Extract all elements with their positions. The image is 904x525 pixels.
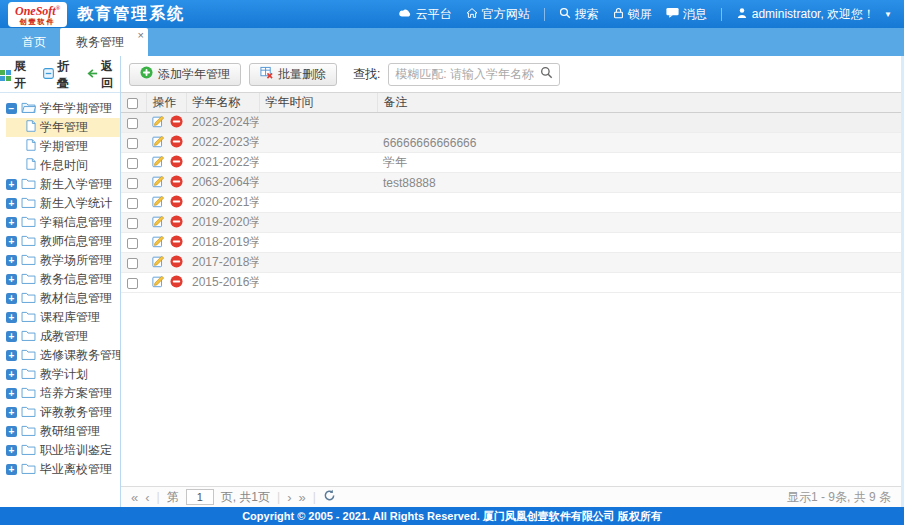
select-all-checkbox[interactable] <box>127 98 138 109</box>
edit-icon[interactable] <box>152 155 165 171</box>
expand-node-icon[interactable]: + <box>6 331 17 342</box>
last-page-button[interactable]: » <box>299 491 306 504</box>
next-page-button[interactable]: › <box>287 491 291 504</box>
row-checkbox[interactable] <box>127 178 138 189</box>
tree-node-folder[interactable]: +教学计划 <box>6 365 120 384</box>
table-row[interactable]: 2063-2064学年test88888 <box>121 173 901 193</box>
expand-node-icon[interactable]: + <box>6 445 17 456</box>
tree-node-year-term-management[interactable]: − 学年学期管理 <box>6 99 120 118</box>
expand-node-icon[interactable]: + <box>6 274 17 285</box>
edit-icon[interactable] <box>152 235 165 251</box>
close-icon[interactable]: × <box>138 30 144 41</box>
tree-node-folder[interactable]: +教务信息管理 <box>6 270 120 289</box>
search-icon[interactable] <box>540 66 553 82</box>
first-page-button[interactable]: « <box>131 491 138 504</box>
expand-node-icon[interactable]: + <box>6 464 17 475</box>
delete-icon[interactable] <box>170 255 183 271</box>
tree-node-folder[interactable]: +教师信息管理 <box>6 232 120 251</box>
back-button[interactable]: 返回 <box>86 58 120 92</box>
delete-icon[interactable] <box>170 215 183 231</box>
edit-icon[interactable] <box>152 195 165 211</box>
menu-official-site[interactable]: 官方网站 <box>466 6 530 23</box>
delete-icon[interactable] <box>170 115 183 131</box>
tree-leaf-term-management[interactable]: 学期管理 <box>6 137 120 156</box>
tree-node-folder[interactable]: +成教管理 <box>6 327 120 346</box>
delete-icon[interactable] <box>170 175 183 191</box>
collapse-node-icon[interactable]: − <box>6 103 17 114</box>
menu-lock-screen[interactable]: 锁屏 <box>613 6 652 23</box>
find-label: 查找: <box>353 66 380 83</box>
table-row[interactable]: 2022-2023学年66666666666666 <box>121 133 901 153</box>
delete-icon[interactable] <box>170 135 183 151</box>
edit-icon[interactable] <box>152 255 165 271</box>
tree-node-folder[interactable]: +新生入学管理 <box>6 175 120 194</box>
tree-node-folder[interactable]: +教研组管理 <box>6 422 120 441</box>
edit-icon[interactable] <box>152 175 165 191</box>
table-row[interactable]: 2023-2024学年 <box>121 113 901 133</box>
tree-leaf-year-management[interactable]: 学年管理 <box>6 118 120 137</box>
table-row[interactable]: 2017-2018学年 <box>121 253 901 273</box>
expand-node-icon[interactable]: + <box>6 407 17 418</box>
collapse-all-button[interactable]: 折叠 <box>43 58 76 92</box>
table-row[interactable]: 2020-2021学年 <box>121 193 901 213</box>
tree-node-folder[interactable]: +职业培训鉴定 <box>6 441 120 460</box>
tree-node-folder[interactable]: +毕业离校管理 <box>6 460 120 479</box>
folder-icon <box>21 367 36 382</box>
expand-node-icon[interactable]: + <box>6 388 17 399</box>
tree-leaf-rest-schedule[interactable]: 作息时间 <box>6 156 120 175</box>
tree-node-folder[interactable]: +评教教务管理 <box>6 403 120 422</box>
edit-icon[interactable] <box>152 215 165 231</box>
table-row[interactable]: 2021-2022学年学年 <box>121 153 901 173</box>
table-row[interactable]: 2015-2016学年 <box>121 273 901 293</box>
tree-node-folder[interactable]: +课程库管理 <box>6 308 120 327</box>
table-row[interactable]: 2018-2019学年 <box>121 233 901 253</box>
tab-home[interactable]: 首页 <box>12 28 56 56</box>
expand-node-icon[interactable]: + <box>6 255 17 266</box>
row-checkbox[interactable] <box>127 118 138 129</box>
tree-node-folder[interactable]: +教材信息管理 <box>6 289 120 308</box>
tree-node-folder[interactable]: +教学场所管理 <box>6 251 120 270</box>
expand-node-icon[interactable]: + <box>6 350 17 361</box>
page-number-input[interactable] <box>186 489 214 505</box>
menu-cloud-platform[interactable]: 云平台 <box>398 6 452 23</box>
tree-node-folder[interactable]: +培养方案管理 <box>6 384 120 403</box>
edit-icon[interactable] <box>152 275 165 291</box>
expand-node-icon[interactable]: + <box>6 236 17 247</box>
delete-icon[interactable] <box>170 155 183 171</box>
tree-node-folder[interactable]: +新生入学统计 <box>6 194 120 213</box>
expand-node-icon[interactable]: + <box>6 426 17 437</box>
prev-page-button[interactable]: ‹ <box>145 491 149 504</box>
expand-all-button[interactable]: 展开 <box>0 58 33 92</box>
row-checkbox[interactable] <box>127 238 138 249</box>
tree-node-folder[interactable]: +选修课教务管理 <box>6 346 120 365</box>
table-row[interactable]: 2019-2020学年 <box>121 213 901 233</box>
tab-academic-management[interactable]: 教务管理 × <box>60 28 148 56</box>
delete-icon[interactable] <box>170 235 183 251</box>
expand-node-icon[interactable]: + <box>6 179 17 190</box>
edit-icon[interactable] <box>152 115 165 131</box>
delete-icon[interactable] <box>170 195 183 211</box>
onesoft-logo[interactable]: OneSoft® 创壹软件 <box>8 2 67 27</box>
menu-messages[interactable]: 消息 <box>666 6 707 23</box>
refresh-icon[interactable] <box>323 489 336 505</box>
expand-node-icon[interactable]: + <box>6 312 17 323</box>
row-checkbox[interactable] <box>127 218 138 229</box>
user-menu[interactable]: administrator, 欢迎您！ ▼ <box>736 6 892 23</box>
tree-node-folder[interactable]: +学籍信息管理 <box>6 213 120 232</box>
row-checkbox[interactable] <box>127 198 138 209</box>
search-input[interactable] <box>395 67 540 81</box>
batch-delete-button[interactable]: 批量删除 <box>249 63 337 86</box>
row-checkbox[interactable] <box>127 158 138 169</box>
add-year-button[interactable]: 添加学年管理 <box>129 63 241 86</box>
delete-icon[interactable] <box>170 275 183 291</box>
row-checkbox[interactable] <box>127 138 138 149</box>
menu-search[interactable]: 搜索 <box>559 6 599 23</box>
home-icon <box>466 7 478 22</box>
row-checkbox[interactable] <box>127 278 138 289</box>
expand-node-icon[interactable]: + <box>6 293 17 304</box>
row-checkbox[interactable] <box>127 258 138 269</box>
expand-node-icon[interactable]: + <box>6 198 17 209</box>
edit-icon[interactable] <box>152 135 165 151</box>
expand-node-icon[interactable]: + <box>6 217 17 228</box>
expand-node-icon[interactable]: + <box>6 369 17 380</box>
